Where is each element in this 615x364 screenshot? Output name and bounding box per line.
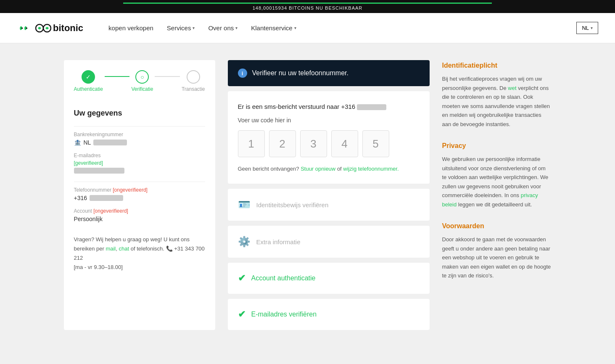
step-label-verificatie: Verificatie (131, 86, 153, 92)
phone-badge: [ongeverifieerd] (113, 187, 148, 193)
id-card-label: Identiteitsbewijs verifiëren (256, 201, 329, 208)
banner-text: Verifieer nu uw telefoonnummer. (252, 69, 348, 77)
language-selector[interactable]: NL ▾ (576, 22, 598, 34)
top-bar: 148,00015934 BITCOINS NU BESCHIKBAAR (0, 0, 615, 13)
step-transactie: Transactie (182, 70, 205, 92)
code-digit-3[interactable]: 3 (300, 130, 327, 157)
account-label: Account [ongeverifieerd] (74, 208, 205, 214)
logo-svg (35, 24, 51, 33)
code-inputs: 1 2 3 4 5 (238, 130, 420, 157)
phone-number-blurred (90, 195, 123, 201)
privacy-title: Privacy (442, 140, 552, 151)
bank-value: 🏦 NL (74, 139, 205, 146)
navbar: bitonic kopen verkopen Services ▾ Over o… (0, 13, 615, 43)
nav-klantenservice[interactable]: Klantenservice ▾ (251, 24, 296, 32)
step-label-authenticatie: Authenticatie (74, 86, 103, 92)
step-verificatie: ○ Verificatie (131, 70, 153, 92)
email-label: E-mailadres (74, 153, 205, 158)
identificatieplicht-section: Identificatieplicht Bij het verificatiep… (442, 60, 552, 129)
step-label-transactie: Transactie (182, 86, 205, 92)
voorwaarden-section: Voorwaarden Door akkoord te gaan met de … (442, 221, 552, 280)
extra-info-section: ⚙️ Extra informatie (228, 226, 430, 258)
phone-blurred (357, 104, 386, 110)
chevron-down-icon: ▾ (235, 26, 238, 30)
info-icon: i (238, 69, 247, 78)
logo-text: bitonic (53, 23, 83, 34)
help-text: Vragen? Wij helpen u graag op weg! U kun… (74, 235, 205, 272)
chevron-down-icon: ▾ (294, 26, 296, 30)
nav-kopen-verkopen[interactable]: kopen verkopen (108, 24, 153, 32)
phone-icon: 📞 (166, 245, 173, 252)
sms-sent-text: Er is een sms-bericht verstuurd naar +31… (238, 103, 420, 110)
check-icon-1: ✔ (238, 273, 245, 284)
uw-gegevens-title: Uw gegevens (74, 109, 205, 118)
account-field-row: Account [ongeverifieerd] Persoonlijk (74, 208, 205, 222)
bank-field-row: Bankrekeningnummer 🏦 NL (74, 132, 205, 146)
id-card-section: 🪪 Identiteitsbewijs verifiëren (228, 189, 430, 221)
svg-rect-0 (21, 27, 23, 29)
stepper: ✓ Authenticatie ○ Verificatie Transactie (74, 70, 205, 99)
check-icon-2: ✔ (238, 309, 245, 320)
progress-bar (123, 3, 492, 4)
step-line-1 (105, 76, 130, 77)
email-badge: [geverifieerd] (74, 160, 103, 166)
verify-banner: i Verifieer nu uw telefoonnummer. (228, 60, 430, 86)
email-blurred (74, 168, 124, 174)
bank-label: Bankrekeningnummer (74, 132, 205, 137)
code-digit-2[interactable]: 2 (269, 130, 296, 157)
no-message-text: Geen bericht ontvangen? Stuur opnieuw of… (238, 166, 420, 172)
phone-value: +316 (74, 195, 205, 201)
id-card-icon: 🪪 (238, 199, 251, 211)
bank-number-blurred (93, 140, 127, 145)
account-badge: [ongeverifieerd] (93, 208, 128, 214)
email-field-row: E-mailadres [geverifieerd] (74, 153, 205, 175)
left-panel: ✓ Authenticatie ○ Verificatie Transactie… (64, 60, 215, 330)
step-circle-transactie (187, 70, 200, 84)
account-auth-section: ✔ Account authenticatie (228, 263, 430, 294)
logo-link[interactable]: bitonic (17, 23, 83, 34)
code-digit-4[interactable]: 4 (331, 130, 358, 157)
step-line-2 (155, 76, 180, 77)
step-circle-verificatie: ○ (135, 70, 149, 84)
wet-link[interactable]: wet (508, 85, 516, 91)
logo-icon (17, 24, 32, 33)
nav-over-ons[interactable]: Over ons ▾ (208, 24, 238, 32)
privacy-section: Privacy We gebruiken uw persoonlijke inf… (442, 140, 552, 209)
svg-rect-1 (26, 27, 28, 29)
top-bar-message: 148,00015934 BITCOINS NU BESCHIKBAAR (253, 5, 363, 11)
code-digit-1[interactable]: 1 (238, 130, 265, 157)
privacy-text-after: leggen we dit gedetailleerd uit. (458, 201, 532, 208)
enter-code-label: Voer uw code hier in (238, 117, 420, 124)
extra-info-icon: ⚙️ (238, 236, 251, 248)
identificatieplicht-title: Identificatieplicht (442, 60, 552, 71)
sms-section: Er is een sms-bericht verstuurd naar +31… (228, 91, 430, 184)
nav-links: kopen verkopen Services ▾ Over ons ▾ Kla… (108, 24, 576, 32)
center-panel: i Verifieer nu uw telefoonnummer. Er is … (228, 60, 430, 330)
flag-icon: 🏦 (74, 139, 81, 146)
email-value: [geverifieerd] (74, 160, 205, 166)
code-digit-5[interactable]: 5 (362, 130, 389, 157)
email-verify-label: E-mailadres verifiëren (251, 311, 317, 318)
help-chat-link[interactable]: chat (119, 245, 129, 252)
account-auth-label: Account authenticatie (251, 274, 316, 282)
voorwaarden-text: Door akkoord te gaan met de voorwaarden … (442, 236, 551, 279)
nav-services[interactable]: Services ▾ (167, 24, 195, 32)
step-circle-authenticatie: ✓ (82, 70, 95, 84)
phone-field-row: Telefoonnummer [ongeverifieerd] +316 (74, 187, 205, 201)
step-authenticatie: ✓ Authenticatie (74, 70, 103, 92)
account-value: Persoonlijk (74, 216, 205, 222)
right-panel: Identificatieplicht Bij het verificatiep… (442, 60, 552, 330)
help-mail-link[interactable]: mail (106, 245, 116, 252)
phone-label: Telefoonnummer [ongeverifieerd] (74, 187, 205, 193)
voorwaarden-title: Voorwaarden (442, 221, 552, 232)
email-verify-section: ✔ E-mailadres verifiëren (228, 299, 430, 330)
change-phone-link[interactable]: wijzig telefoonnummer. (343, 166, 399, 172)
extra-info-label: Extra informatie (256, 238, 301, 245)
resend-link[interactable]: Stuur opnieuw (301, 166, 335, 172)
page-content: ✓ Authenticatie ○ Verificatie Transactie… (55, 43, 560, 347)
chevron-down-icon: ▾ (591, 26, 593, 30)
chevron-down-icon: ▾ (193, 26, 195, 30)
